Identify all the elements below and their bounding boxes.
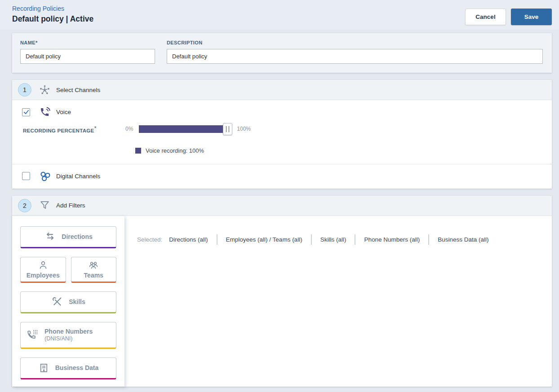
selected-directions: Directions (all) bbox=[169, 236, 208, 243]
voice-channel-row: Voice bbox=[12, 100, 552, 118]
legend-text: Voice recording: 100% bbox=[146, 147, 204, 154]
business-data-filter-button[interactable]: Business Data bbox=[20, 357, 116, 379]
description-label: DESCRIPTION bbox=[167, 40, 543, 45]
voice-checkbox[interactable] bbox=[22, 108, 30, 116]
select-channels-title: Select Channels bbox=[56, 87, 100, 93]
add-filters-section: 2 Add Filters Directions bbox=[12, 196, 552, 387]
tools-icon bbox=[51, 296, 63, 308]
selected-phone-numbers: Phone Numbers (all) bbox=[364, 236, 420, 243]
separator bbox=[217, 234, 217, 245]
header-actions: Cancel Save bbox=[465, 9, 552, 25]
step-2-badge: 2 bbox=[18, 199, 31, 212]
required-asterisk: * bbox=[94, 125, 97, 132]
add-filters-title: Add Filters bbox=[56, 202, 85, 209]
directions-filter-button[interactable]: Directions bbox=[20, 226, 116, 248]
voice-channel-label: Voice bbox=[56, 109, 71, 115]
phone-keypad-icon bbox=[27, 329, 39, 341]
voice-phone-icon bbox=[39, 106, 51, 118]
phone-numbers-sublabel: (DNIS/ANI) bbox=[44, 335, 73, 342]
phone-numbers-filter-label: Phone Numbers bbox=[44, 328, 93, 335]
skills-filter-button[interactable]: Skills bbox=[20, 291, 116, 313]
recording-percentage-slider[interactable] bbox=[139, 125, 227, 133]
page-header: Recording Policies Default policy | Acti… bbox=[0, 0, 559, 30]
legend-swatch bbox=[135, 148, 141, 154]
selected-employees-teams: Employees (all) / Teams (all) bbox=[226, 236, 302, 243]
employees-filter-button[interactable]: Employees bbox=[20, 257, 66, 283]
digital-channels-icon bbox=[39, 170, 51, 182]
filters-main-panel: Selected: Directions (all) Employees (al… bbox=[124, 216, 552, 387]
description-input[interactable] bbox=[167, 49, 543, 64]
person-icon bbox=[38, 260, 49, 271]
slider-grip-icon bbox=[226, 126, 229, 132]
select-channels-header: 1 Select Channe bbox=[12, 80, 552, 100]
slider-fill bbox=[139, 125, 227, 133]
save-button[interactable]: Save bbox=[511, 9, 552, 25]
separator bbox=[428, 234, 429, 245]
cancel-button[interactable]: Cancel bbox=[465, 9, 506, 25]
phone-numbers-text: Phone Numbers (DNIS/ANI) bbox=[44, 328, 93, 342]
directions-filter-label: Directions bbox=[62, 233, 92, 240]
separator bbox=[311, 234, 312, 245]
digital-channels-label: Digital Channels bbox=[56, 173, 100, 180]
teams-filter-label: Teams bbox=[84, 272, 103, 279]
skills-filter-label: Skills bbox=[69, 298, 85, 305]
directions-arrows-icon bbox=[44, 231, 56, 242]
name-field-group: NAME* bbox=[20, 40, 155, 64]
slider-handle[interactable] bbox=[223, 123, 232, 135]
selected-filters-row: Selected: Directions (all) Employees (al… bbox=[137, 234, 543, 245]
business-data-filter-label: Business Data bbox=[55, 364, 98, 371]
policy-form-card: NAME* DESCRIPTION bbox=[12, 33, 552, 73]
selected-business-data: Business Data (all) bbox=[438, 236, 488, 243]
group-icon bbox=[88, 260, 99, 271]
breadcrumb-recording-policies[interactable]: Recording Policies bbox=[12, 5, 64, 12]
funnel-icon bbox=[39, 200, 50, 211]
employees-teams-row: Employees bbox=[20, 257, 116, 283]
separator bbox=[355, 234, 355, 245]
select-channels-section: 1 Select Channe bbox=[12, 80, 552, 189]
digital-channel-row: Digital Channels bbox=[12, 164, 552, 189]
recording-percentage-row: RECORDING PERCENTAGE* 0% 100% bbox=[23, 125, 552, 133]
selected-label: Selected: bbox=[137, 236, 162, 243]
phone-numbers-filter-button[interactable]: Phone Numbers (DNIS/ANI) bbox=[20, 322, 116, 349]
description-field-group: DESCRIPTION bbox=[167, 40, 543, 64]
selected-skills: Skills (all) bbox=[320, 236, 346, 243]
slider-min-label: 0% bbox=[125, 126, 133, 132]
name-label: NAME* bbox=[20, 40, 155, 45]
recording-percentage-label: RECORDING PERCENTAGE* bbox=[23, 125, 125, 133]
channels-hub-icon bbox=[39, 84, 50, 96]
name-input[interactable] bbox=[20, 49, 155, 64]
checkmark-icon bbox=[23, 109, 29, 115]
employees-filter-label: Employees bbox=[27, 272, 60, 279]
filter-types-sidebar: Directions Employees bbox=[12, 216, 124, 387]
filters-body: Directions Employees bbox=[12, 216, 552, 387]
teams-filter-button[interactable]: Teams bbox=[71, 257, 117, 283]
slider-max-label: 100% bbox=[237, 126, 251, 132]
add-filters-header: 2 Add Filters bbox=[12, 196, 552, 216]
recording-legend: Voice recording: 100% bbox=[135, 147, 552, 154]
step-1-badge: 1 bbox=[18, 83, 31, 97]
digital-channels-checkbox[interactable] bbox=[22, 172, 30, 180]
building-icon bbox=[38, 362, 49, 374]
